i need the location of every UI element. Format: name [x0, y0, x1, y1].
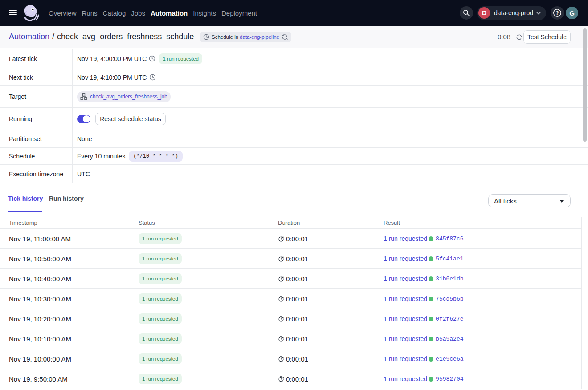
svg-text:?: ? [555, 10, 559, 16]
